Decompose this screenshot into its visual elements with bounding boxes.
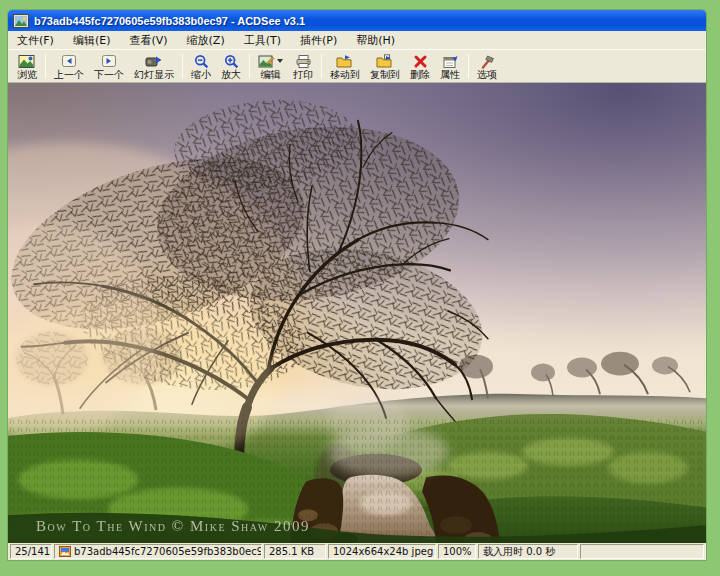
toolbar-separator	[45, 54, 46, 78]
toolbar-button-zoom-in[interactable]: 放大	[216, 51, 246, 81]
menu-item-edit[interactable]: 编辑(E)	[71, 32, 113, 49]
menu-item-file[interactable]: 文件(F)	[15, 32, 56, 49]
toolbar-separator	[182, 54, 183, 78]
image-viewer[interactable]: Bow To The Wind © Mike Shaw 2009	[8, 83, 706, 543]
toolbar-button-label: 复制到	[370, 69, 400, 80]
toolbar-button-copy-to[interactable]: 复制到	[365, 51, 405, 81]
menu-item-tools[interactable]: 工具(T)	[242, 32, 283, 49]
window-title: b73adb445fc7270605e59fb383b0ec97 - ACDSe…	[34, 15, 305, 27]
toolbar-button-browse[interactable]: 浏览	[12, 51, 42, 81]
move-to-icon	[336, 53, 354, 69]
toolbar-button-move-to[interactable]: 移动到	[325, 51, 365, 81]
menu-bar: 文件(F) 编辑(E) 查看(V) 缩放(Z) 工具(T) 插件(P) 帮助(H…	[8, 31, 706, 49]
status-filler	[580, 544, 704, 559]
status-filename-text: b73adb445fc7270605e59fb383b0ec97	[74, 546, 262, 557]
menu-item-plugins[interactable]: 插件(P)	[298, 32, 339, 49]
app-icon	[13, 14, 29, 28]
edit-dropdown-icon[interactable]	[277, 59, 283, 63]
toolbar-button-zoom-out[interactable]: 缩小	[186, 51, 216, 81]
menu-item-view[interactable]: 查看(V)	[127, 32, 169, 49]
toolbar-button-next[interactable]: 下一个	[89, 51, 129, 81]
status-zoom-level: 100%	[438, 544, 476, 559]
toolbar-button-label: 编辑	[261, 69, 281, 80]
toolbar-button-print[interactable]: 打印	[288, 51, 318, 81]
menu-item-help[interactable]: 帮助(H)	[354, 32, 397, 49]
edit-icon	[258, 54, 275, 69]
toolbar-separator	[249, 54, 250, 78]
status-filename: b73adb445fc7270605e59fb383b0ec97	[54, 544, 262, 559]
toolbar-button-label: 上一个	[54, 69, 84, 80]
browse-icon	[18, 53, 36, 69]
next-icon	[101, 53, 117, 69]
toolbar-button-label: 浏览	[17, 69, 37, 80]
toolbar-button-label: 属性	[440, 69, 460, 80]
slideshow-icon	[145, 53, 163, 69]
toolbar-button-label: 幻灯显示	[134, 69, 174, 80]
zoom-in-icon	[224, 53, 239, 69]
toolbar-button-edit[interactable]: 编辑	[253, 51, 288, 81]
previous-icon	[61, 53, 77, 69]
toolbar-button-label: 选项	[477, 69, 497, 80]
toolbar-button-label: 移动到	[330, 69, 360, 80]
title-bar[interactable]: b73adb445fc7270605e59fb383b0ec97 - ACDSe…	[8, 10, 706, 31]
toolbar-button-label: 打印	[293, 69, 313, 80]
copy-to-icon	[376, 53, 394, 69]
status-image-info: 1024x664x24b jpeg	[328, 544, 436, 559]
thumbnail-icon	[59, 546, 71, 557]
options-icon	[479, 53, 495, 69]
toolbar-separator	[321, 54, 322, 78]
delete-icon	[413, 53, 428, 69]
menu-item-zoom[interactable]: 缩放(Z)	[185, 32, 227, 49]
acdsee-window: b73adb445fc7270605e59fb383b0ec97 - ACDSe…	[8, 10, 706, 560]
photo-image: Bow To The Wind © Mike Shaw 2009	[8, 83, 706, 543]
toolbar-separator	[468, 54, 469, 78]
zoom-out-icon	[194, 53, 209, 69]
toolbar-button-delete[interactable]: 删除	[405, 51, 435, 81]
photo-watermark: Bow To The Wind © Mike Shaw 2009	[36, 518, 310, 534]
toolbar-button-slideshow[interactable]: 幻灯显示	[129, 51, 179, 81]
toolbar-button-label: 放大	[221, 69, 241, 80]
status-load-time: 载入用时 0.0 秒	[478, 544, 578, 559]
toolbar-button-label: 下一个	[94, 69, 124, 80]
toolbar-button-label: 删除	[410, 69, 430, 80]
status-position: 25/141	[10, 544, 52, 559]
properties-icon	[442, 53, 459, 69]
toolbar-button-options[interactable]: 选项	[472, 51, 502, 81]
status-bar: 25/141 b73adb445fc7270605e59fb383b0ec97 …	[8, 543, 706, 560]
toolbar: 浏览 上一个 下一个	[8, 49, 706, 83]
toolbar-button-properties[interactable]: 属性	[435, 51, 465, 81]
toolbar-button-label: 缩小	[191, 69, 211, 80]
print-icon	[295, 53, 312, 69]
toolbar-button-previous[interactable]: 上一个	[49, 51, 89, 81]
status-file-size: 285.1 KB	[264, 544, 326, 559]
